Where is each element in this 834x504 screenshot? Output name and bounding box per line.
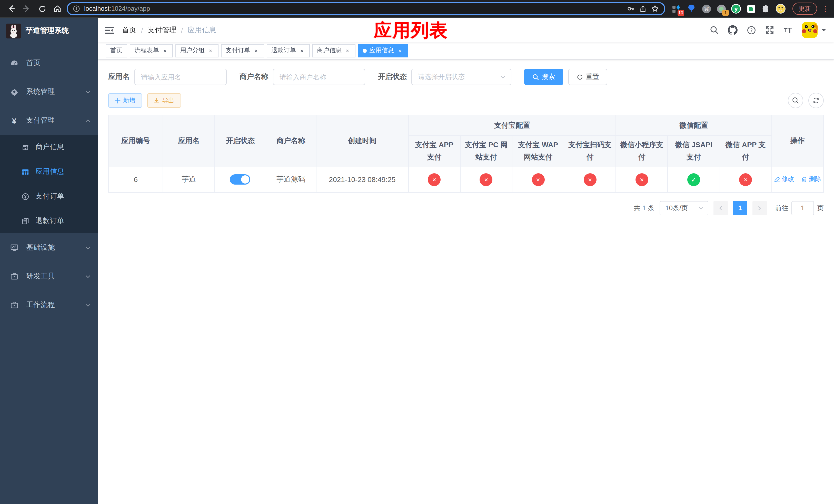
ext-y-icon[interactable]: y <box>731 4 741 14</box>
search-icon[interactable] <box>709 25 719 35</box>
status-select-placeholder: 请选择开启状态 <box>418 72 465 82</box>
tab-user-group[interactable]: 用户分组 × <box>175 44 219 57</box>
app-title: 芋道管理系统 <box>26 26 69 36</box>
status-alipay-app-icon: × <box>428 173 441 186</box>
sidebar-item-app-info[interactable]: 应用信息 <box>0 159 98 184</box>
app-name-input[interactable] <box>134 69 227 85</box>
font-size-icon[interactable]: TT <box>783 25 793 35</box>
tab-refund-order[interactable]: 退款订单 × <box>267 44 310 57</box>
url-bar[interactable]: localhost:1024/pay/app <box>67 2 665 15</box>
prev-page-button[interactable] <box>714 201 728 215</box>
ext-badge: 1 <box>722 10 729 16</box>
back-icon[interactable] <box>5 3 18 15</box>
sidebar-item-label: 商户信息 <box>36 142 64 152</box>
bookmark-star-icon[interactable] <box>651 5 659 13</box>
sidebar-item-infra[interactable]: 基础设施 <box>0 233 98 262</box>
gear-icon <box>10 87 19 96</box>
breadcrumb: 首页 / 支付管理 / 应用信息 <box>122 25 216 35</box>
chrome-menu-icon[interactable]: ⋮ <box>822 5 829 12</box>
tab-app-info[interactable]: 应用信息 × <box>358 44 408 57</box>
chevron-down-icon <box>699 205 704 210</box>
ext-command-icon[interactable]: ⌘ <box>701 4 711 14</box>
sidebar-item-refund-order[interactable]: 退款订单 <box>0 209 98 233</box>
status-select[interactable]: 请选择开启状态 <box>411 69 511 85</box>
sidebar-item-label: 支付管理 <box>26 116 55 125</box>
tab-pay-order[interactable]: 支付订单 × <box>221 44 264 57</box>
sidebar-item-workflow[interactable]: 工作流程 <box>0 291 98 319</box>
search-button[interactable]: 搜索 <box>524 69 563 85</box>
close-icon[interactable]: × <box>396 47 403 54</box>
sidebar-collapse-icon[interactable] <box>105 25 115 35</box>
close-icon[interactable]: × <box>253 47 260 54</box>
col-header-alipay-pc: 支付宝 PC 网站支付 <box>460 136 512 167</box>
close-icon[interactable]: × <box>344 47 351 54</box>
fullscreen-icon[interactable] <box>765 25 774 35</box>
breadcrumb-pay[interactable]: 支付管理 <box>148 25 176 35</box>
goto-page-input[interactable] <box>791 201 814 215</box>
close-icon[interactable]: × <box>207 47 214 54</box>
breadcrumb-home[interactable]: 首页 <box>122 25 136 35</box>
delete-link[interactable]: 删除 <box>801 175 821 184</box>
profile-avatar-icon[interactable] <box>775 4 786 14</box>
reset-button[interactable]: 重置 <box>568 69 607 85</box>
tab-process-form[interactable]: 流程表单 × <box>130 44 173 57</box>
col-header-wx-jsapi: 微信 JSAPI 支付 <box>668 136 720 167</box>
extensions-area: 10 ⌘ 1 y 更新 <box>668 3 829 15</box>
chevron-right-icon <box>757 205 762 210</box>
sidebar-item-pay[interactable]: ¥ 支付管理 <box>0 106 98 135</box>
ext-blocks-icon[interactable]: 10 <box>672 4 682 14</box>
sidebar-item-system[interactable]: 系统管理 <box>0 77 98 106</box>
cell-operations: 修改 删除 <box>772 167 824 192</box>
export-button[interactable]: 导出 <box>147 93 181 108</box>
refresh-table-button[interactable] <box>808 93 824 108</box>
next-page-button[interactable] <box>752 201 767 215</box>
help-icon[interactable]: ? <box>746 25 756 35</box>
col-header-name: 应用名 <box>163 115 215 167</box>
github-icon[interactable] <box>728 25 738 35</box>
col-header-alipay-qr: 支付宝扫码支付 <box>564 136 616 167</box>
edit-link[interactable]: 修改 <box>774 175 794 184</box>
chrome-update-button[interactable]: 更新 <box>792 3 817 15</box>
sidebar-item-home[interactable]: 首页 <box>0 49 98 77</box>
ext-puzzle-icon[interactable] <box>761 4 771 14</box>
add-button[interactable]: 新增 <box>108 93 142 108</box>
site-info-icon[interactable] <box>73 5 80 12</box>
share-icon[interactable] <box>639 5 647 13</box>
tab-home[interactable]: 首页 <box>106 44 127 57</box>
chevron-up-icon <box>85 118 91 123</box>
cell-id: 6 <box>109 167 163 192</box>
tab-label: 支付订单 <box>226 46 250 55</box>
toggle-search-button[interactable] <box>788 93 803 108</box>
breadcrumb-separator: / <box>141 26 143 34</box>
home-icon[interactable] <box>51 3 64 15</box>
merchant-name-input[interactable] <box>273 69 365 85</box>
sidebar-logo[interactable]: 芋道管理系统 <box>0 18 98 44</box>
page-number-1[interactable]: 1 <box>733 201 747 215</box>
page-size-select[interactable]: 10条/页 <box>660 201 708 215</box>
sidebar-item-devtool[interactable]: 研发工具 <box>0 262 98 291</box>
ext-recorder-icon[interactable]: 1 <box>716 4 726 14</box>
sidebar-item-label: 基础设施 <box>26 243 55 252</box>
tab-merchant-info[interactable]: 商户信息 × <box>312 44 355 57</box>
forward-icon[interactable] <box>21 3 33 15</box>
chevron-down-icon <box>85 89 91 95</box>
status-alipay-wap-icon: × <box>532 173 545 186</box>
tab-label: 商户信息 <box>317 46 342 55</box>
ext-balloon-icon[interactable] <box>686 4 697 14</box>
cell-merchant: 芋道源码 <box>266 167 316 192</box>
close-icon[interactable]: × <box>299 47 305 54</box>
user-menu[interactable] <box>802 22 826 38</box>
enabled-toggle[interactable] <box>230 174 250 185</box>
password-key-icon[interactable] <box>627 5 635 13</box>
chevron-down-icon <box>85 302 91 308</box>
group-header-wechat: 微信配置 <box>616 115 772 136</box>
sidebar-item-label: 应用信息 <box>36 167 64 176</box>
sidebar-item-pay-order[interactable]: 支付订单 <box>0 184 98 209</box>
ext-doc-icon[interactable] <box>746 4 756 14</box>
close-icon[interactable]: × <box>161 47 168 54</box>
sidebar-item-label: 支付订单 <box>36 192 64 201</box>
sidebar-item-merchant-info[interactable]: 商户信息 <box>0 135 98 159</box>
filter-form: 应用名 商户名称 开启状态 请选择开启状态 <box>108 69 824 85</box>
reload-icon[interactable] <box>36 3 48 15</box>
chevron-left-icon <box>718 205 723 210</box>
